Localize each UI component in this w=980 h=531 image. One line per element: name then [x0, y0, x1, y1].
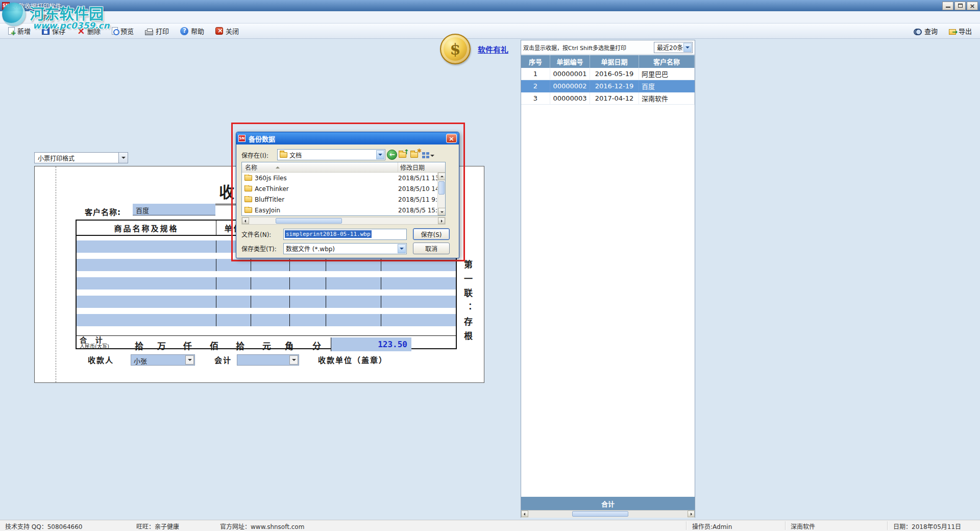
- chevron-down-icon[interactable]: [289, 355, 298, 365]
- receipt-cell[interactable]: [251, 296, 289, 308]
- receipt-cell[interactable]: [381, 277, 456, 289]
- amount-field[interactable]: 123.50: [331, 337, 411, 351]
- receipt-cell[interactable]: [77, 296, 216, 308]
- scroll-left-button[interactable]: [521, 511, 528, 517]
- scroll-down-button[interactable]: [438, 208, 446, 215]
- dialog-cancel-button[interactable]: 取消: [413, 243, 450, 254]
- file-row[interactable]: AceThinker 2018/5/10 14:16: [242, 183, 445, 194]
- receipt-cell[interactable]: [381, 296, 456, 308]
- close-app-button[interactable]: 关闭: [211, 25, 243, 37]
- gold-coin-icon: $: [440, 34, 471, 64]
- up-folder-button[interactable]: [399, 150, 409, 160]
- receipt-cell[interactable]: [251, 277, 289, 289]
- scroll-left-button[interactable]: [242, 218, 249, 224]
- delete-button[interactable]: 删除: [72, 25, 105, 37]
- chevron-down-icon[interactable]: [376, 150, 384, 159]
- stub-copy-label: 第一联：存根: [461, 260, 474, 346]
- export-button[interactable]: 导出: [945, 25, 976, 37]
- receipt-cell[interactable]: [326, 277, 381, 289]
- receipt-cell[interactable]: [77, 240, 216, 253]
- dialog-icon: SN: [238, 135, 246, 142]
- receipt-cell[interactable]: [289, 296, 326, 308]
- receipt-cell[interactable]: [289, 277, 326, 289]
- file-list-header: 名称 修改日期: [242, 162, 445, 173]
- folder-icon: [244, 207, 252, 213]
- chevron-down-icon[interactable]: [683, 43, 692, 52]
- horizontal-scrollbar[interactable]: [241, 217, 446, 225]
- scrollbar-thumb[interactable]: [572, 511, 628, 517]
- date-column-header[interactable]: 修改日期: [398, 162, 445, 172]
- dialog-save-button[interactable]: 保存(S): [413, 228, 450, 240]
- chevron-down-icon[interactable]: [398, 244, 406, 253]
- receipt-cell[interactable]: [326, 296, 381, 308]
- save-button[interactable]: 保存: [38, 25, 69, 37]
- chevron-down-icon[interactable]: [118, 153, 128, 163]
- menu-help[interactable]: 帮助: [36, 11, 59, 23]
- receipt-cell[interactable]: [289, 314, 326, 326]
- query-button[interactable]: 查询: [910, 25, 942, 37]
- receipt-cell[interactable]: [77, 259, 216, 271]
- close-button[interactable]: [967, 2, 978, 10]
- minimize-button[interactable]: [942, 2, 953, 10]
- file-row[interactable]: EasyJoin 2018/5/5 15:44: [242, 205, 445, 215]
- help-button[interactable]: 帮助: [176, 25, 208, 37]
- scrollbar-thumb[interactable]: [438, 181, 445, 195]
- filetype-select[interactable]: 数据文件 (*.wbp): [283, 243, 407, 254]
- dialog-close-button[interactable]: [446, 134, 457, 143]
- save-in-select[interactable]: 文档: [277, 149, 385, 160]
- col-header-goods: 商品名称及规格: [77, 221, 216, 235]
- name-column-header[interactable]: 名称: [242, 162, 398, 172]
- records-header-row: 序号 单据编号 单据日期 客户名称: [521, 55, 695, 68]
- receipt-cell[interactable]: [216, 314, 251, 326]
- digit-jiao: 角: [285, 339, 293, 352]
- filename-input[interactable]: simpleprint2018-05-11.wbp: [283, 229, 407, 240]
- col-doc-date[interactable]: 单据日期: [590, 55, 639, 68]
- gift-link[interactable]: 软件有礼: [478, 44, 508, 55]
- close-icon: [215, 27, 223, 35]
- receipt-cell[interactable]: [216, 296, 251, 308]
- filetype-row: 保存类型(T): 数据文件 (*.wbp) 取消: [241, 243, 454, 254]
- chevron-down-icon[interactable]: [185, 355, 194, 365]
- record-row-selected[interactable]: 2 00000002 2016-12-19 百度: [521, 80, 695, 92]
- view-menu-button[interactable]: [422, 150, 436, 160]
- accountant-select[interactable]: [237, 354, 299, 366]
- col-seq[interactable]: 序号: [521, 55, 550, 68]
- filetype-label: 保存类型(T):: [241, 244, 283, 253]
- file-row[interactable]: BluffTitler 2018/5/11 9:26: [242, 194, 445, 205]
- preview-button[interactable]: 预览: [108, 25, 138, 37]
- print-format-select[interactable]: 小票打印格式: [34, 152, 128, 163]
- record-row[interactable]: 1 00000001 2016-05-19 阿里巴巴: [521, 68, 695, 80]
- file-row[interactable]: 360js Files 2018/5/11 13:08: [242, 173, 445, 183]
- vertical-scrollbar[interactable]: [437, 173, 445, 215]
- save-in-label: 保存在(I):: [241, 151, 277, 159]
- backup-dialog: SN 备份数据 保存在(I): 文档 名称 修改日期: [236, 132, 459, 258]
- scroll-up-button[interactable]: [438, 173, 446, 180]
- back-button[interactable]: [387, 150, 397, 160]
- new-button[interactable]: 新增: [4, 25, 35, 37]
- scroll-right-button[interactable]: [438, 218, 445, 224]
- maximize-button[interactable]: [954, 2, 966, 10]
- recent-filter-select[interactable]: 最近20条: [654, 42, 693, 53]
- payee-select[interactable]: 小张: [131, 354, 195, 366]
- print-button[interactable]: 打印: [141, 25, 173, 37]
- binoculars-icon: [914, 27, 922, 35]
- customer-field[interactable]: 百度: [133, 204, 215, 215]
- receipt-cell[interactable]: [381, 314, 456, 326]
- dialog-title: 备份数据: [249, 134, 275, 143]
- receipt-cell[interactable]: [326, 314, 381, 326]
- scroll-right-button[interactable]: [688, 511, 695, 517]
- records-hint-bar: 双击显示收据，按Ctrl Shift多选批量打印 最近20条: [521, 40, 695, 55]
- receipt-cell[interactable]: [77, 277, 216, 289]
- new-folder-button[interactable]: [410, 150, 421, 160]
- accountant-label: 会计: [214, 354, 232, 365]
- receipt-cell[interactable]: [251, 314, 289, 326]
- scrollbar-thumb[interactable]: [276, 218, 342, 224]
- records-horizontal-scrollbar[interactable]: [521, 510, 695, 518]
- receipt-cell[interactable]: [216, 277, 251, 289]
- col-doc-no[interactable]: 单据编号: [550, 55, 590, 68]
- receipt-cell[interactable]: [77, 314, 216, 326]
- col-customer[interactable]: 客户名称: [639, 55, 695, 68]
- record-row[interactable]: 3 00000003 2017-04-12 深南软件: [521, 92, 695, 105]
- preview-icon: [112, 27, 118, 35]
- digit-wan: 万: [157, 339, 166, 352]
